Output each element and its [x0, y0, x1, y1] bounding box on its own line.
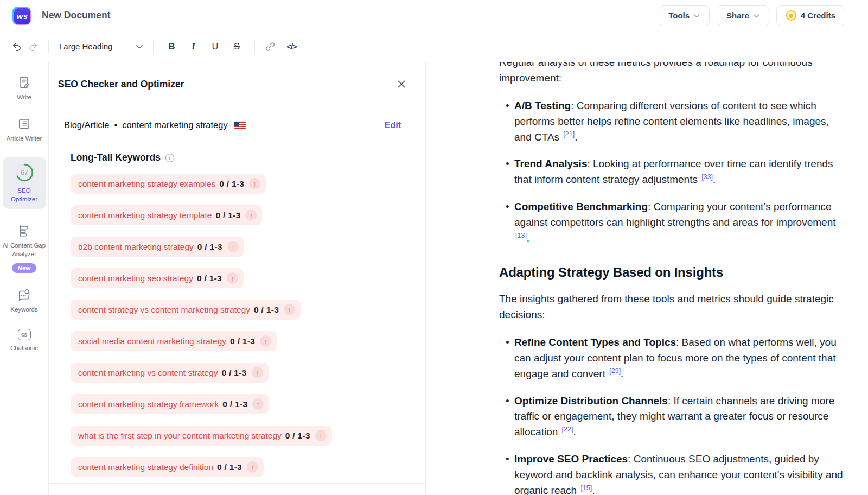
share-button[interactable]: Share: [717, 5, 769, 26]
logo-text: ws: [16, 11, 28, 21]
redo-button[interactable]: [25, 39, 41, 55]
sidebar-item-keywords[interactable]: Keywords: [3, 288, 46, 314]
paragraph-style-value: Large Heading: [59, 42, 112, 51]
arrow-up-icon[interactable]: [249, 178, 260, 189]
paragraph-style-select[interactable]: Large Heading: [56, 42, 146, 51]
dot-separator: •: [114, 120, 117, 130]
bullet-list: Refine Content Types and Topics: Based o…: [506, 335, 846, 495]
keyword-count: 0 / 1-3: [215, 211, 240, 220]
bullet-term: Trend Analysis: [514, 158, 587, 169]
citation-link[interactable]: [29]: [608, 367, 621, 375]
citation-link[interactable]: [13]: [514, 232, 527, 239]
us-flag-icon: [234, 122, 246, 129]
keyword-text: content marketing seo strategy: [78, 274, 193, 283]
bullet-item: Competitive Benchmarking: Comparing your…: [506, 199, 846, 246]
gap-analyzer-icon: [17, 224, 31, 238]
arrow-up-icon[interactable]: [284, 304, 295, 315]
strikethrough-button[interactable]: S: [226, 39, 247, 55]
keyword-text: social media content marketing strategy: [78, 337, 226, 346]
arrow-up-icon[interactable]: [252, 398, 264, 410]
document-editor[interactable]: Regular analysis of these metrics provid…: [426, 62, 868, 495]
sidebar-item-seo-optimizer[interactable]: 67SEO Optimizer: [3, 157, 46, 209]
chatsonic-icon: cs: [18, 329, 31, 340]
arrow-up-icon[interactable]: [315, 430, 327, 441]
keyword-count: 0 / 1-3: [197, 242, 222, 252]
seo-panel: SEO Checker and Optimizer Blog/Article •…: [49, 62, 426, 495]
citation-link[interactable]: [21]: [562, 130, 575, 138]
seo-panel-footer: [49, 483, 425, 495]
keyword-count: 0 / 1-3: [254, 305, 279, 315]
sidebar-item-label: AI Content Gap Analyzer: [3, 242, 46, 258]
new-badge: New: [12, 263, 37, 273]
bullet-term: Refine Content Types and Topics: [514, 337, 676, 348]
arrow-up-icon[interactable]: [245, 210, 257, 221]
keyword-pill[interactable]: what is the first step in your content m…: [71, 426, 332, 446]
toolbar-divider: [48, 40, 49, 53]
keyword-pill[interactable]: content marketing vs content strategy0 /…: [71, 363, 269, 383]
section-heading: Adapting Strategy Based on Insights: [499, 263, 846, 282]
share-button-label: Share: [726, 11, 749, 20]
article-writer-icon: [17, 117, 31, 131]
keyword-text: content marketing strategy examples: [78, 179, 215, 189]
arrow-up-icon[interactable]: [252, 367, 263, 378]
chevron-down-icon: [136, 45, 143, 49]
info-icon[interactable]: i: [165, 154, 174, 162]
arrow-up-icon[interactable]: [247, 461, 258, 473]
keyword-pill[interactable]: content marketing strategy template0 / 1…: [71, 205, 262, 225]
bullet-item: Trend Analysis: Looking at performance o…: [506, 156, 846, 188]
edit-button[interactable]: Edit: [385, 120, 401, 130]
keyword-text: content marketing strategy definition: [78, 462, 213, 472]
underline-button[interactable]: U: [204, 39, 226, 55]
document-content: Regular analysis of these metrics provid…: [499, 62, 846, 495]
code-icon[interactable]: </>: [280, 39, 302, 55]
chevron-down-icon: [694, 14, 700, 18]
sidebar-item-chatsonic[interactable]: csChatsonic: [3, 329, 46, 353]
bullet-item: A/B Testing: Comparing different version…: [506, 98, 846, 145]
bullet-list: A/B Testing: Comparing different version…: [506, 98, 846, 246]
sidebar-item-article-writer[interactable]: Article Writer: [3, 117, 46, 143]
logo-tile: ws: [14, 8, 30, 24]
arrow-up-icon[interactable]: [227, 241, 239, 252]
keyword-pill[interactable]: content marketing strategy examples0 / 1…: [71, 174, 266, 194]
arrow-up-icon[interactable]: [260, 335, 271, 347]
link-icon[interactable]: [262, 39, 278, 55]
citation-link[interactable]: [15]: [579, 484, 592, 492]
sidebar-item-label: Keywords: [10, 306, 38, 314]
keyword-pill[interactable]: content marketing strategy definition0 /…: [71, 457, 264, 477]
bold-button[interactable]: B: [161, 39, 182, 55]
toolbar-divider: [153, 40, 154, 53]
document-title[interactable]: New Document: [42, 10, 110, 21]
bullet-term: A/B Testing: [514, 100, 571, 111]
sidebar-item-write[interactable]: Write: [3, 75, 46, 102]
keyword-list: content marketing strategy examples0 / 1…: [71, 174, 393, 483]
left-sidebar: WriteArticle Writer67SEO OptimizerAI Con…: [0, 62, 49, 495]
keyword-pill[interactable]: b2b content marketing strategy0 / 1-3: [71, 237, 244, 257]
keyword-pill[interactable]: content marketing strategy framework0 / …: [71, 394, 269, 414]
italic-button[interactable]: I: [182, 39, 204, 55]
panel-scrollbar-track[interactable]: [413, 144, 413, 483]
keyword-pill[interactable]: content marketing seo strategy0 / 1-3: [71, 268, 244, 288]
keyword-text: b2b content marketing strategy: [78, 242, 194, 252]
sidebar-item-label: Article Writer: [7, 135, 42, 143]
arrow-up-icon[interactable]: [227, 272, 238, 284]
keyword-text: content marketing vs content strategy: [78, 368, 218, 378]
write-icon: [17, 75, 31, 90]
close-icon[interactable]: [394, 77, 409, 92]
keyword-pill[interactable]: social media content marketing strategy0…: [71, 331, 277, 351]
undo-button[interactable]: [9, 39, 25, 55]
tools-button[interactable]: Tools: [659, 5, 710, 26]
tools-button-label: Tools: [668, 11, 690, 20]
citation-link[interactable]: [33]: [700, 173, 713, 181]
citation-link[interactable]: [22]: [561, 426, 573, 433]
sidebar-item-ai-content-gap-analyzer[interactable]: AI Content Gap AnalyzerNew: [3, 224, 46, 273]
writesonic-logo[interactable]: ws: [12, 7, 31, 25]
bullet-term: Competitive Benchmarking: [514, 201, 648, 212]
keyword-count: 0 / 1-3: [230, 337, 255, 346]
credits-button[interactable]: 4 Credits: [776, 5, 845, 26]
seo-score-gauge: 67: [14, 162, 35, 183]
toolbar-divider: [254, 40, 255, 53]
keyword-text: content marketing strategy template: [78, 211, 212, 220]
chevron-down-icon: [754, 14, 760, 18]
keyword-pill[interactable]: content strategy vs content marketing st…: [71, 300, 301, 320]
seo-doc-info-row: Blog/Article • content marketing strateg…: [49, 106, 425, 144]
